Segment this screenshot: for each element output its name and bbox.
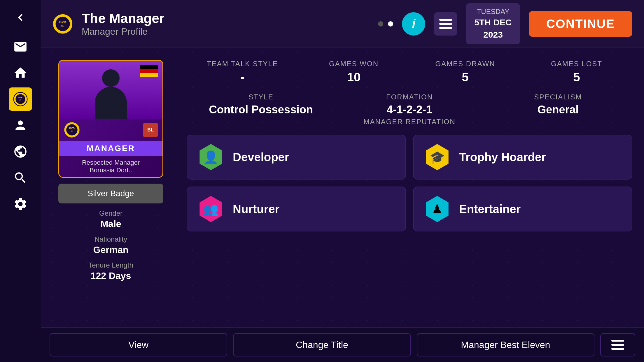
sidebar-item-globe[interactable] bbox=[9, 140, 32, 163]
card-bvb-logo: BVB 09 bbox=[64, 122, 80, 138]
games-won-value: 10 bbox=[298, 70, 410, 84]
sidebar-item-home[interactable] bbox=[9, 61, 32, 85]
manager-best-eleven-button[interactable]: Manager Best Eleven bbox=[417, 333, 594, 356]
style-block: STYLE Control Possession bbox=[187, 93, 335, 126]
style-value: Control Possession bbox=[187, 103, 335, 116]
gender-block: Gender Male bbox=[99, 209, 123, 229]
date-day: TUESDAY bbox=[474, 7, 512, 17]
header: BVB 09 The Manager Manager Profile i TUE… bbox=[41, 0, 644, 48]
formation-block: FORMATION 4-1-2-2-1 MANAGER REPUTATION bbox=[335, 93, 484, 126]
specialism-block: SPECIALISM General bbox=[484, 93, 632, 126]
manager-label: MANAGER bbox=[62, 144, 160, 153]
tenure-value: 122 Days bbox=[88, 270, 133, 281]
team-talk-label: TEAM TALK STYLE bbox=[187, 60, 298, 68]
sidebar-item-mail[interactable] bbox=[9, 35, 32, 58]
team-logo: BVB 09 bbox=[52, 14, 73, 34]
team-talk-value: - bbox=[187, 70, 298, 84]
rep-card-name: Entertainer bbox=[459, 203, 521, 216]
games-won-label: GAMES WON bbox=[298, 60, 410, 68]
bottom-bar: View Change Title Manager Best Eleven bbox=[41, 327, 644, 362]
tenure-label: Tenure Length bbox=[88, 261, 133, 269]
svg-text:09: 09 bbox=[20, 99, 21, 101]
back-button[interactable] bbox=[9, 6, 32, 29]
dot-2[interactable] bbox=[388, 21, 393, 27]
silver-badge-button[interactable]: Silver Badge bbox=[58, 184, 163, 203]
rep-card-developer[interactable]: 👤 Developer bbox=[187, 135, 406, 180]
rep-card-nurturer[interactable]: 👥 Nurturer bbox=[187, 187, 406, 231]
menu-button[interactable] bbox=[434, 12, 457, 36]
nationality-label: Nationality bbox=[93, 235, 129, 243]
style-row: STYLE Control Possession FORMATION 4-1-2… bbox=[187, 93, 632, 126]
games-drawn-label: GAMES DRAWN bbox=[410, 60, 521, 68]
rep-card-icon-yellow: 🎓 bbox=[424, 144, 450, 170]
more-options-button[interactable] bbox=[600, 333, 635, 356]
sidebar: BVB 09 bbox=[0, 0, 41, 362]
games-lost-value: 5 bbox=[521, 70, 632, 84]
manager-reputation-name: Respected Manager bbox=[64, 159, 158, 166]
rep-card-name: Nurturer bbox=[233, 203, 279, 216]
profile-panel: TEAM TALK STYLE - GAMES WON 10 GAMES DRA… bbox=[169, 60, 632, 315]
svg-text:09: 09 bbox=[61, 24, 64, 27]
more-options-icon bbox=[611, 340, 624, 350]
dot-1[interactable] bbox=[378, 21, 383, 27]
reputation-grid: 👤 Developer 🎓 Trophy Hoarder 👥 Nurturer … bbox=[187, 135, 632, 231]
page-dots bbox=[378, 21, 393, 27]
rep-label: MANAGER REPUTATION bbox=[335, 118, 484, 126]
date-block: TUESDAY 5TH DEC 2023 bbox=[466, 3, 520, 45]
stat-games-lost: GAMES LOST 5 bbox=[521, 60, 632, 84]
stat-team-talk: TEAM TALK STYLE - bbox=[187, 60, 298, 84]
manager-card: BVB 09 BL MANAGER Respected Manager Boru… bbox=[58, 60, 163, 178]
specialism-label: SPECIALISM bbox=[484, 93, 632, 101]
style-label: STYLE bbox=[187, 93, 335, 101]
specialism-value: General bbox=[484, 103, 632, 116]
date-date: 5TH DEC bbox=[474, 16, 512, 29]
manager-panel: BVB 09 BL MANAGER Respected Manager Boru… bbox=[52, 60, 169, 315]
svg-text:BVB: BVB bbox=[18, 96, 22, 99]
sidebar-item-profile[interactable] bbox=[9, 114, 32, 137]
stats-row-1: TEAM TALK STYLE - GAMES WON 10 GAMES DRA… bbox=[187, 60, 632, 84]
rep-card-icon-green: 👤 bbox=[198, 144, 224, 170]
formation-value: 4-1-2-2-1 bbox=[335, 103, 484, 116]
bundesliga-logo: BL bbox=[143, 123, 158, 137]
svg-text:09: 09 bbox=[71, 130, 73, 133]
gender-label: Gender bbox=[99, 209, 123, 217]
header-sub-title: Manager Profile bbox=[82, 26, 164, 37]
manager-name-row: Respected Manager Borussia Dort.. bbox=[59, 156, 162, 177]
date-year: 2023 bbox=[474, 29, 512, 41]
avatar-body bbox=[95, 87, 127, 119]
sidebar-item-club[interactable]: BVB 09 bbox=[9, 87, 32, 111]
view-button[interactable]: View bbox=[50, 333, 227, 356]
header-title-block: The Manager Manager Profile bbox=[82, 10, 164, 37]
sidebar-item-search[interactable] bbox=[9, 166, 32, 189]
nationality-value: German bbox=[93, 245, 129, 255]
hamburger-icon bbox=[439, 19, 452, 29]
stat-games-won: GAMES WON 10 bbox=[298, 60, 410, 84]
formation-label: FORMATION bbox=[335, 93, 484, 101]
games-lost-label: GAMES LOST bbox=[521, 60, 632, 68]
nationality-block: Nationality German bbox=[93, 235, 129, 255]
rep-card-name: Developer bbox=[233, 151, 289, 164]
rep-card-icon-pink: 👥 bbox=[198, 196, 224, 222]
change-title-button[interactable]: Change Title bbox=[233, 333, 411, 356]
games-drawn-value: 5 bbox=[410, 70, 521, 84]
rep-card-name: Trophy Hoarder bbox=[459, 151, 546, 164]
gender-value: Male bbox=[99, 219, 123, 229]
header-main-title: The Manager bbox=[82, 10, 164, 26]
manager-label-bar: MANAGER bbox=[59, 141, 162, 156]
main-content: BVB 09 BL MANAGER Respected Manager Boru… bbox=[41, 48, 644, 327]
info-button[interactable]: i bbox=[402, 12, 425, 36]
stat-games-drawn: GAMES DRAWN 5 bbox=[410, 60, 521, 84]
avatar-head bbox=[102, 69, 120, 87]
sidebar-item-settings[interactable] bbox=[9, 192, 32, 216]
tenure-block: Tenure Length 122 Days bbox=[88, 261, 133, 281]
german-flag bbox=[140, 65, 158, 77]
rep-card-entertainer[interactable]: ♟ Entertainer bbox=[413, 187, 632, 231]
manager-club-name: Borussia Dort.. bbox=[64, 166, 158, 174]
svg-text:BVB: BVB bbox=[69, 127, 75, 130]
rep-card-icon-cyan: ♟ bbox=[424, 196, 450, 222]
svg-text:BVB: BVB bbox=[59, 20, 66, 24]
rep-card-trophy-hoarder[interactable]: 🎓 Trophy Hoarder bbox=[413, 135, 632, 180]
continue-button[interactable]: CONTINUE bbox=[529, 11, 632, 37]
